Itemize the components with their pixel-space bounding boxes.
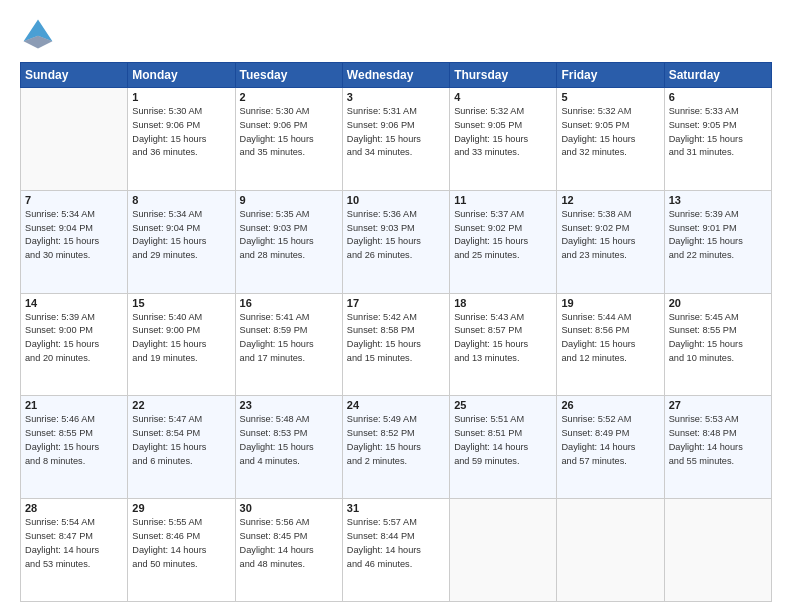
calendar-cell: 12Sunrise: 5:38 AM Sunset: 9:02 PM Dayli… xyxy=(557,190,664,293)
day-number: 2 xyxy=(240,91,338,103)
calendar-cell xyxy=(557,499,664,602)
day-number: 9 xyxy=(240,194,338,206)
calendar-cell: 18Sunrise: 5:43 AM Sunset: 8:57 PM Dayli… xyxy=(450,293,557,396)
header xyxy=(20,16,772,52)
calendar-cell: 16Sunrise: 5:41 AM Sunset: 8:59 PM Dayli… xyxy=(235,293,342,396)
calendar-header-row: SundayMondayTuesdayWednesdayThursdayFrid… xyxy=(21,63,772,88)
weekday-header-friday: Friday xyxy=(557,63,664,88)
day-number: 8 xyxy=(132,194,230,206)
day-info: Sunrise: 5:39 AM Sunset: 9:01 PM Dayligh… xyxy=(669,208,767,263)
day-info: Sunrise: 5:53 AM Sunset: 8:48 PM Dayligh… xyxy=(669,413,767,468)
calendar-cell: 4Sunrise: 5:32 AM Sunset: 9:05 PM Daylig… xyxy=(450,88,557,191)
weekday-header-tuesday: Tuesday xyxy=(235,63,342,88)
day-number: 14 xyxy=(25,297,123,309)
calendar-cell: 26Sunrise: 5:52 AM Sunset: 8:49 PM Dayli… xyxy=(557,396,664,499)
day-info: Sunrise: 5:39 AM Sunset: 9:00 PM Dayligh… xyxy=(25,311,123,366)
calendar-cell: 23Sunrise: 5:48 AM Sunset: 8:53 PM Dayli… xyxy=(235,396,342,499)
day-info: Sunrise: 5:38 AM Sunset: 9:02 PM Dayligh… xyxy=(561,208,659,263)
day-info: Sunrise: 5:48 AM Sunset: 8:53 PM Dayligh… xyxy=(240,413,338,468)
day-number: 3 xyxy=(347,91,445,103)
day-number: 13 xyxy=(669,194,767,206)
calendar-cell: 3Sunrise: 5:31 AM Sunset: 9:06 PM Daylig… xyxy=(342,88,449,191)
calendar-cell xyxy=(664,499,771,602)
day-number: 31 xyxy=(347,502,445,514)
weekday-header-saturday: Saturday xyxy=(664,63,771,88)
calendar-cell: 29Sunrise: 5:55 AM Sunset: 8:46 PM Dayli… xyxy=(128,499,235,602)
day-info: Sunrise: 5:31 AM Sunset: 9:06 PM Dayligh… xyxy=(347,105,445,160)
day-info: Sunrise: 5:30 AM Sunset: 9:06 PM Dayligh… xyxy=(132,105,230,160)
day-info: Sunrise: 5:36 AM Sunset: 9:03 PM Dayligh… xyxy=(347,208,445,263)
day-number: 23 xyxy=(240,399,338,411)
day-number: 16 xyxy=(240,297,338,309)
calendar-week-4: 21Sunrise: 5:46 AM Sunset: 8:55 PM Dayli… xyxy=(21,396,772,499)
calendar-cell: 28Sunrise: 5:54 AM Sunset: 8:47 PM Dayli… xyxy=(21,499,128,602)
calendar-week-1: 1Sunrise: 5:30 AM Sunset: 9:06 PM Daylig… xyxy=(21,88,772,191)
day-number: 4 xyxy=(454,91,552,103)
calendar-cell: 24Sunrise: 5:49 AM Sunset: 8:52 PM Dayli… xyxy=(342,396,449,499)
day-info: Sunrise: 5:56 AM Sunset: 8:45 PM Dayligh… xyxy=(240,516,338,571)
weekday-header-wednesday: Wednesday xyxy=(342,63,449,88)
calendar-table: SundayMondayTuesdayWednesdayThursdayFrid… xyxy=(20,62,772,602)
calendar-cell: 5Sunrise: 5:32 AM Sunset: 9:05 PM Daylig… xyxy=(557,88,664,191)
day-info: Sunrise: 5:40 AM Sunset: 9:00 PM Dayligh… xyxy=(132,311,230,366)
day-number: 1 xyxy=(132,91,230,103)
day-info: Sunrise: 5:41 AM Sunset: 8:59 PM Dayligh… xyxy=(240,311,338,366)
calendar-cell: 6Sunrise: 5:33 AM Sunset: 9:05 PM Daylig… xyxy=(664,88,771,191)
calendar-cell: 14Sunrise: 5:39 AM Sunset: 9:00 PM Dayli… xyxy=(21,293,128,396)
day-info: Sunrise: 5:34 AM Sunset: 9:04 PM Dayligh… xyxy=(25,208,123,263)
day-info: Sunrise: 5:49 AM Sunset: 8:52 PM Dayligh… xyxy=(347,413,445,468)
day-info: Sunrise: 5:32 AM Sunset: 9:05 PM Dayligh… xyxy=(454,105,552,160)
day-number: 29 xyxy=(132,502,230,514)
day-info: Sunrise: 5:32 AM Sunset: 9:05 PM Dayligh… xyxy=(561,105,659,160)
weekday-header-monday: Monday xyxy=(128,63,235,88)
day-info: Sunrise: 5:47 AM Sunset: 8:54 PM Dayligh… xyxy=(132,413,230,468)
calendar-cell: 20Sunrise: 5:45 AM Sunset: 8:55 PM Dayli… xyxy=(664,293,771,396)
calendar-cell: 17Sunrise: 5:42 AM Sunset: 8:58 PM Dayli… xyxy=(342,293,449,396)
calendar-cell: 25Sunrise: 5:51 AM Sunset: 8:51 PM Dayli… xyxy=(450,396,557,499)
day-number: 5 xyxy=(561,91,659,103)
day-info: Sunrise: 5:54 AM Sunset: 8:47 PM Dayligh… xyxy=(25,516,123,571)
day-number: 19 xyxy=(561,297,659,309)
calendar-cell: 1Sunrise: 5:30 AM Sunset: 9:06 PM Daylig… xyxy=(128,88,235,191)
day-number: 17 xyxy=(347,297,445,309)
calendar-cell: 21Sunrise: 5:46 AM Sunset: 8:55 PM Dayli… xyxy=(21,396,128,499)
day-number: 30 xyxy=(240,502,338,514)
calendar-week-2: 7Sunrise: 5:34 AM Sunset: 9:04 PM Daylig… xyxy=(21,190,772,293)
day-info: Sunrise: 5:46 AM Sunset: 8:55 PM Dayligh… xyxy=(25,413,123,468)
day-number: 15 xyxy=(132,297,230,309)
calendar-cell: 31Sunrise: 5:57 AM Sunset: 8:44 PM Dayli… xyxy=(342,499,449,602)
day-number: 6 xyxy=(669,91,767,103)
calendar-cell: 10Sunrise: 5:36 AM Sunset: 9:03 PM Dayli… xyxy=(342,190,449,293)
calendar-cell: 9Sunrise: 5:35 AM Sunset: 9:03 PM Daylig… xyxy=(235,190,342,293)
day-info: Sunrise: 5:55 AM Sunset: 8:46 PM Dayligh… xyxy=(132,516,230,571)
calendar-week-3: 14Sunrise: 5:39 AM Sunset: 9:00 PM Dayli… xyxy=(21,293,772,396)
day-info: Sunrise: 5:57 AM Sunset: 8:44 PM Dayligh… xyxy=(347,516,445,571)
calendar-cell: 27Sunrise: 5:53 AM Sunset: 8:48 PM Dayli… xyxy=(664,396,771,499)
calendar-cell: 2Sunrise: 5:30 AM Sunset: 9:06 PM Daylig… xyxy=(235,88,342,191)
day-number: 7 xyxy=(25,194,123,206)
day-number: 12 xyxy=(561,194,659,206)
day-number: 21 xyxy=(25,399,123,411)
page: SundayMondayTuesdayWednesdayThursdayFrid… xyxy=(0,0,792,612)
day-number: 24 xyxy=(347,399,445,411)
day-info: Sunrise: 5:37 AM Sunset: 9:02 PM Dayligh… xyxy=(454,208,552,263)
day-number: 18 xyxy=(454,297,552,309)
day-info: Sunrise: 5:51 AM Sunset: 8:51 PM Dayligh… xyxy=(454,413,552,468)
day-info: Sunrise: 5:34 AM Sunset: 9:04 PM Dayligh… xyxy=(132,208,230,263)
day-number: 11 xyxy=(454,194,552,206)
calendar-cell: 15Sunrise: 5:40 AM Sunset: 9:00 PM Dayli… xyxy=(128,293,235,396)
day-number: 25 xyxy=(454,399,552,411)
weekday-header-thursday: Thursday xyxy=(450,63,557,88)
day-info: Sunrise: 5:42 AM Sunset: 8:58 PM Dayligh… xyxy=(347,311,445,366)
logo-icon xyxy=(20,16,56,52)
day-info: Sunrise: 5:45 AM Sunset: 8:55 PM Dayligh… xyxy=(669,311,767,366)
weekday-header-sunday: Sunday xyxy=(21,63,128,88)
calendar-cell xyxy=(21,88,128,191)
calendar-cell: 30Sunrise: 5:56 AM Sunset: 8:45 PM Dayli… xyxy=(235,499,342,602)
day-info: Sunrise: 5:35 AM Sunset: 9:03 PM Dayligh… xyxy=(240,208,338,263)
calendar-body: 1Sunrise: 5:30 AM Sunset: 9:06 PM Daylig… xyxy=(21,88,772,602)
day-info: Sunrise: 5:44 AM Sunset: 8:56 PM Dayligh… xyxy=(561,311,659,366)
calendar-week-5: 28Sunrise: 5:54 AM Sunset: 8:47 PM Dayli… xyxy=(21,499,772,602)
calendar-cell: 11Sunrise: 5:37 AM Sunset: 9:02 PM Dayli… xyxy=(450,190,557,293)
day-info: Sunrise: 5:52 AM Sunset: 8:49 PM Dayligh… xyxy=(561,413,659,468)
